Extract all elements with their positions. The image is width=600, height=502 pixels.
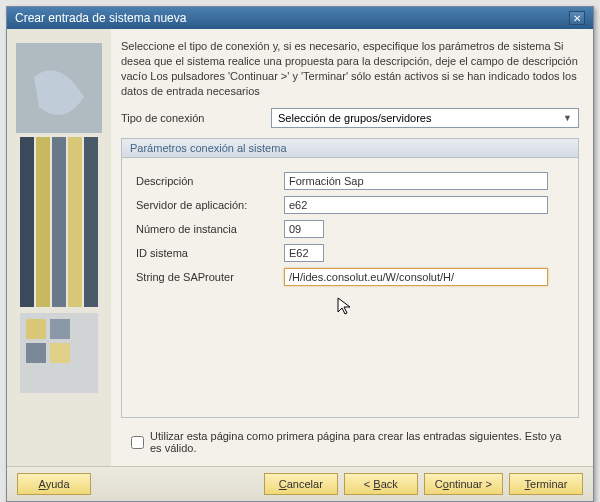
help-button[interactable]: Ayuda [17,473,91,495]
titlebar: Crear entrada de sistema nueva ✕ [7,7,593,29]
first-page-label: Utilizar esta página como primera página… [150,430,573,454]
instance-label: Número de instancia [136,223,284,235]
svg-rect-2 [20,137,34,307]
finish-button[interactable]: Terminar [509,473,583,495]
svg-rect-4 [52,137,66,307]
button-bar: Ayuda Cancelar < Back Continuar > Termin… [7,466,593,501]
router-input[interactable] [284,268,548,286]
cursor-icon [336,296,354,318]
intro-text: Seleccione el tipo de conexión y, si es … [121,39,579,98]
conn-type-value: Selección de grupos/servidores [278,112,431,124]
cursor-area [336,292,566,332]
system-params-group: Parámetros conexión al sistema Descripci… [121,138,579,418]
close-button[interactable]: ✕ [569,11,585,25]
help-rest: yuda [46,478,70,490]
server-label: Servidor de aplicación: [136,199,284,211]
router-label: String de SAProuter [136,271,284,283]
server-input[interactable] [284,196,548,214]
svg-rect-11 [50,343,70,363]
sysid-input[interactable] [284,244,324,262]
svg-rect-6 [84,137,98,307]
next-button[interactable]: Continuar > [424,473,503,495]
window-title: Crear entrada de sistema nueva [15,11,186,25]
conn-type-label: Tipo de conexión [121,112,271,124]
desc-input[interactable] [284,172,548,190]
svg-rect-5 [68,137,82,307]
svg-rect-8 [26,319,46,339]
main-panel: Seleccione el tipo de conexión y, si es … [111,29,593,466]
sidebar-graphic [14,37,104,417]
svg-rect-9 [50,319,70,339]
wizard-sidebar [7,29,111,466]
desc-label: Descripción [136,175,284,187]
chevron-down-icon: ▼ [563,113,572,123]
sysid-label: ID sistema [136,247,284,259]
group-title: Parámetros conexión al sistema [122,139,578,158]
back-button[interactable]: < Back [344,473,418,495]
cancel-button[interactable]: Cancelar [264,473,338,495]
dialog-window: Crear entrada de sistema nueva ✕ [6,6,594,502]
conn-type-combo[interactable]: Selección de grupos/servidores ▼ [271,108,579,128]
instance-input[interactable] [284,220,324,238]
svg-rect-3 [36,137,50,307]
first-page-checkbox[interactable] [131,436,144,449]
svg-rect-10 [26,343,46,363]
close-icon: ✕ [573,13,581,24]
